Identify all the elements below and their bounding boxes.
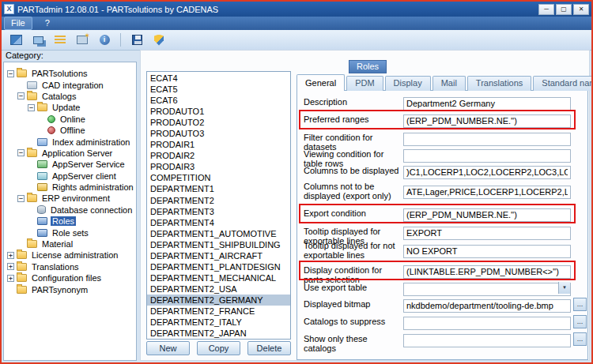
catalogs-suppress-browse-button[interactable]: ... [573,315,587,328]
tree-label: Catalogs [40,92,77,101]
list-item[interactable]: DEPARTMENT1_AIRCRAFT [147,250,290,261]
list-item[interactable]: DEPARTMENT3 [147,206,290,217]
toolbar-catalogs-button[interactable] [7,32,25,48]
tree-item-update[interactable]: − Update [4,102,136,113]
close-button[interactable]: ✕ [573,4,589,15]
viewing-condition-input[interactable] [403,149,571,163]
new-button[interactable]: New [146,341,190,355]
list-item[interactable]: PRODAIR3 [147,161,290,172]
roles-dock-badge[interactable]: Roles [349,60,387,73]
tab-translations[interactable]: Translations [467,76,532,91]
tree-item-partsolutions[interactable]: − PARTsolutions [4,68,136,79]
menu-file[interactable]: File [4,17,32,30]
list-item[interactable]: ECAT4 [147,73,290,84]
tab-standard-name[interactable]: Standard name [533,76,593,91]
delete-button[interactable]: Delete [247,341,291,355]
copy-button[interactable]: Copy [197,341,240,355]
tree-item-cad-integration[interactable]: CAD integration [4,79,136,90]
show-only-browse-button[interactable]: ... [573,332,587,346]
list-item[interactable]: DEPARTMENT1_MECHANICAL [147,272,290,283]
collapse-icon[interactable]: − [17,195,25,202]
collapse-icon[interactable]: − [17,149,25,156]
list-item[interactable]: ECAT5 [147,84,290,95]
list-item[interactable]: ECAT6 [147,95,290,106]
display-condition-input[interactable] [403,265,571,279]
list-item[interactable]: COMPETITION [147,172,290,183]
field-label: Columns not to be displayed (export only… [304,182,402,201]
tree-item-erp-environment[interactable]: − ERP environment [4,193,136,204]
expand-icon[interactable]: + [7,275,14,282]
toolbar-wizard-button[interactable] [74,32,91,48]
show-only-catalogs-input[interactable] [403,334,571,347]
expand-icon[interactable]: + [7,263,14,270]
folder-icon [27,149,37,157]
toolbar-admin-button[interactable] [150,32,168,48]
list-item[interactable]: PRODAIR1 [147,139,290,150]
list-item[interactable]: DEPARTMENT1_PLANTDESIGN [147,261,290,272]
list-item[interactable]: DEPARTMENT2 [147,195,290,206]
bitmap-browse-button[interactable]: ... [573,298,587,311]
menu-help[interactable]: ? [39,17,56,29]
filter-condition-input[interactable] [403,133,571,146]
collapse-icon[interactable]: − [28,104,35,111]
list-item[interactable]: DEPARTMENT2_FRANCE [147,306,290,317]
maximize-button[interactable]: ▢ [556,4,572,15]
tree-item-online[interactable]: Online [4,114,136,125]
dropdown-arrow-icon[interactable]: ▼ [558,282,570,294]
list-item[interactable]: PRODAUTO2 [147,117,290,128]
tree-item-license-administration[interactable]: + License administration [4,250,136,261]
list-item[interactable]: DEPARTMENT2_JAPAN [147,328,290,339]
tree-item-partsynonym[interactable]: PARTsynonym [4,283,136,295]
tab-mail[interactable]: Mail [432,76,466,91]
displayed-bitmap-input[interactable] [403,299,571,313]
preferred-ranges-input[interactable] [403,114,571,128]
list-item[interactable]: DEPARTMENT1 [147,183,290,194]
form-row-export-condition: Export condition [297,207,587,220]
tab-display[interactable]: Display [385,76,431,91]
tree-item-configuration-files[interactable]: + Configuration files [4,272,136,283]
folder-icon [27,92,37,100]
tree-item-application-server[interactable]: − Application Server [4,148,136,159]
tree-item-translations[interactable]: + Translations [4,261,136,272]
tree-item-appserver-service[interactable]: AppServer Service [4,159,136,170]
collapse-icon[interactable]: − [7,70,14,77]
list-item[interactable]: DEPARTMENT1_SHIPBUILDING [147,239,290,250]
tooltip-not-exportable-input[interactable] [403,245,571,258]
list-item-selected[interactable]: DEPARTMENT2_GERMANY [147,295,290,306]
list-item[interactable]: DEPARTMENT1_AUTOMOTIVE [147,228,290,239]
folder-icon [17,263,27,271]
tree-item-role-sets[interactable]: Role sets [4,227,136,238]
list-item[interactable]: DEPARTMENT4 [147,217,290,228]
roles-list: ECAT4 ECAT5 ECAT6 PRODAUTO1 PRODAUTO2 PR… [146,71,291,340]
tree-label: Application Server [40,148,114,158]
toolbar-update-button[interactable] [29,32,47,48]
list-item[interactable]: PRODAUTO1 [147,106,290,117]
collapse-icon[interactable]: − [17,92,25,99]
tree-item-catalogs[interactable]: − Catalogs [4,91,136,102]
tab-general[interactable]: General [296,74,345,91]
tree-item-offline[interactable]: Offline [4,125,136,136]
description-input[interactable] [403,97,571,111]
toolbar-index-button[interactable] [51,32,69,48]
toolbar-save-button[interactable] [128,32,145,48]
columns-not-displayed-input[interactable] [403,186,571,199]
minimize-button[interactable]: ─ [538,4,554,15]
tree-item-database-connection[interactable]: Database connection [4,205,136,216]
tree-item-rights-administration[interactable]: Rights administration [4,182,136,193]
list-item[interactable]: DEPARTMENT2_ITALY [147,317,290,328]
tree-item-appserver-client[interactable]: AppServer client [4,171,136,182]
tab-pdm[interactable]: PDM [346,76,383,91]
tree-item-material[interactable]: Material [4,238,136,250]
columns-displayed-input[interactable] [403,166,571,179]
toolbar-info-button[interactable]: i [96,32,113,48]
list-item[interactable]: PRODAIR2 [147,150,290,161]
tree-item-roles[interactable]: Roles [4,216,136,227]
tree-item-index-administration[interactable]: Index administration [4,136,136,147]
list-item[interactable]: PRODAUTO3 [147,128,290,139]
catalogs-suppress-input[interactable] [403,317,571,330]
use-export-table-combo[interactable] [403,283,571,296]
list-item[interactable]: DEPARTMENT2_USA [147,283,290,295]
tooltip-exportable-input[interactable] [403,227,571,240]
expand-icon[interactable]: + [7,252,14,259]
export-condition-input[interactable] [403,208,571,222]
